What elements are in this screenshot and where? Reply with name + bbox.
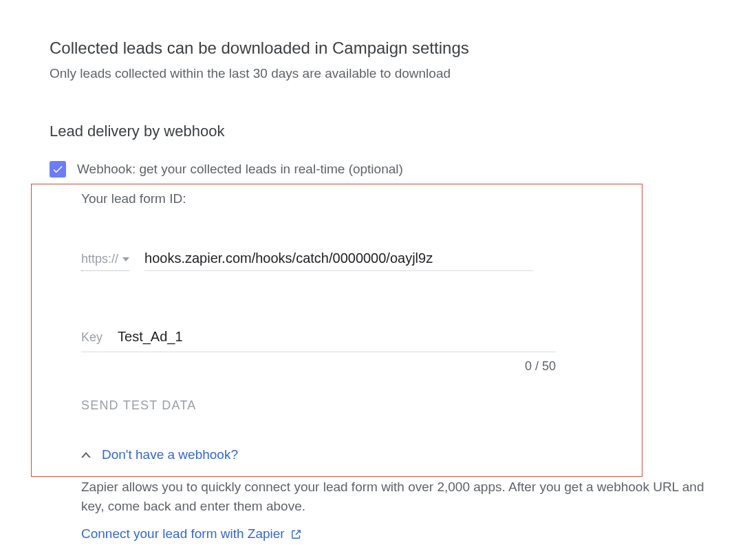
subtext-suffix: are available to download (299, 66, 451, 81)
no-webhook-toggle[interactable]: Don't have a webhook? (81, 447, 708, 462)
chevron-up-icon (81, 452, 91, 458)
no-webhook-link: Don't have a webhook? (102, 447, 238, 462)
check-icon (52, 163, 64, 175)
webhook-checkbox[interactable] (50, 161, 66, 178)
zapier-help-text: Zapier allows you to quickly connect you… (81, 477, 708, 515)
page-heading: Collected leads can be downloaded in Cam… (50, 39, 708, 58)
key-char-counter: 0 / 50 (81, 359, 556, 374)
url-scheme-value: https:// (81, 252, 118, 266)
connect-zapier-link[interactable]: Connect your lead form with Zapier (81, 526, 302, 541)
chevron-down-icon (122, 257, 129, 261)
webhook-key-input[interactable] (118, 326, 556, 347)
form-id-label: Your lead form ID: (81, 191, 708, 206)
subtext-bold: within the last 30 days (170, 66, 299, 81)
url-scheme-select[interactable]: https:// (81, 252, 129, 271)
key-field-label: Key (81, 330, 102, 345)
webhook-url-input[interactable] (144, 248, 533, 271)
webhook-section-title: Lead delivery by webhook (50, 122, 708, 140)
webhook-checkbox-label: Webhook: get your collected leads in rea… (77, 162, 403, 177)
send-test-data-button[interactable]: SEND TEST DATA (81, 398, 708, 413)
connect-zapier-link-text: Connect your lead form with Zapier (81, 526, 285, 541)
page-subtext: Only leads collected within the last 30 … (50, 66, 708, 81)
external-link-icon (290, 528, 302, 540)
subtext-prefix: Only leads collected (50, 66, 170, 81)
